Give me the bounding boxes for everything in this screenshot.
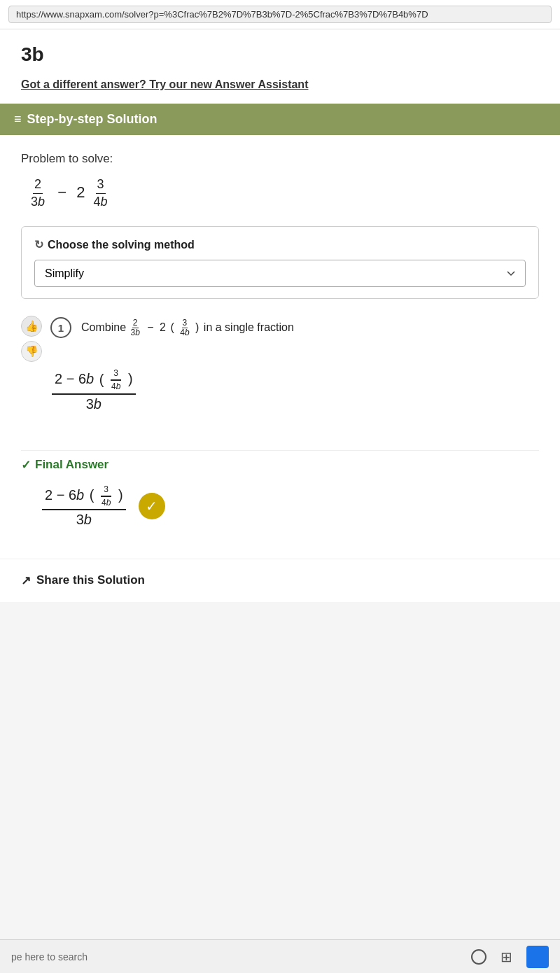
page-content: 3b Got a different answer? Try our new A… [0, 29, 560, 602]
final-answer-label: Final Answer [35, 458, 108, 472]
step-1-text-suffix: in a single fraction [204, 321, 294, 333]
step-frac-3-4b: 3 4b [179, 318, 190, 337]
step-solution-header: ≡ Step-by-step Solution [0, 104, 560, 135]
solving-method-label: Choose the solving method [48, 239, 195, 251]
steps-section: 👍 👎 1 Combine 2 3b − 2 [21, 316, 539, 433]
fraction-3-4b: 3 4b [92, 177, 109, 209]
taskbar: pe here to search ⊞ [0, 939, 560, 973]
taskbar-icons: ⊞ [471, 946, 549, 968]
thumbs-column: 👍 👎 [21, 316, 42, 362]
fraction-2-3b: 2 3b [29, 177, 46, 209]
frac-numerator-3: 3 [96, 177, 106, 194]
taskbar-grid-icon[interactable]: ⊞ [500, 948, 512, 965]
step-1-result: 2 − 6b ( 3 4b ) 3b [52, 369, 539, 412]
final-answer-section: ✓ Final Answer 2 − 6b ( 3 4b ) 3b [21, 450, 539, 528]
step-frac-2-3b: 2 3b [130, 318, 140, 337]
step-header-icon: ≡ [14, 112, 22, 127]
answer-assistant-section: Got a different answer? Try our new Answ… [0, 73, 560, 104]
final-numerator: 2 − 6b ( 3 4b ) [42, 485, 126, 510]
taskbar-search-text[interactable]: pe here to search [11, 951, 460, 962]
solving-method-box: ↻ Choose the solving method Simplify Oth… [21, 226, 539, 299]
step-result-numerator: 2 − 6b ( 3 4b ) [52, 369, 136, 394]
step-result-denominator: 3b [83, 395, 104, 412]
share-title[interactable]: ↗ Share this Solution [21, 573, 539, 588]
refresh-icon: ↻ [34, 238, 43, 251]
taskbar-circle-icon[interactable] [471, 949, 486, 965]
step-header-title: Step-by-step Solution [27, 112, 158, 127]
solving-method-select[interactable]: Simplify Other method [34, 260, 526, 287]
frac-numerator-2: 2 [33, 177, 43, 194]
solving-method-title: ↻ Choose the solving method [34, 238, 526, 251]
step-number-1: 1 [50, 317, 71, 338]
coefficient-2: 2 [76, 183, 85, 201]
final-answer-expression: 2 − 6b ( 3 4b ) 3b ✓ [42, 485, 539, 528]
answer-result: 3b [0, 29, 560, 73]
step-result-fraction: 2 − 6b ( 3 4b ) 3b [52, 369, 136, 412]
problem-expression: 2 3b − 2 3 4b [21, 177, 539, 209]
taskbar-blue-box[interactable] [526, 946, 549, 968]
step-1-row: 1 Combine 2 3b − 2 ( 3 4b [50, 316, 294, 338]
problem-label: Problem to solve: [21, 152, 539, 166]
minus-sign: − [57, 183, 66, 201]
step-1-description: Combine 2 3b − 2 ( 3 4b ) in a [81, 316, 294, 337]
share-icon: ↗ [21, 573, 31, 588]
main-section: Problem to solve: 2 3b − 2 3 4b ↻ Choose… [0, 135, 560, 559]
final-answer-fraction: 2 − 6b ( 3 4b ) 3b [42, 485, 126, 528]
url-bar[interactable]: https://www.snapxam.com/solver?p=%3Cfrac… [8, 6, 552, 23]
final-inner-frac: 3 4b [99, 485, 113, 507]
share-section: ↗ Share this Solution [0, 559, 560, 602]
thumbs-down-button[interactable]: 👎 [21, 341, 42, 362]
share-label: Share this Solution [36, 573, 145, 587]
checkmark-icon: ✓ [21, 458, 31, 472]
final-denominator: 3b [74, 510, 94, 528]
answer-assistant-link[interactable]: Got a different answer? Try our new Answ… [21, 78, 308, 90]
frac-denominator-3b: 3b [29, 194, 46, 210]
frac-denominator-4b: 4b [92, 194, 109, 210]
step-result-inner-frac: 3 4b [108, 369, 123, 391]
thumbs-up-button[interactable]: 👍 [21, 316, 42, 337]
browser-bar: https://www.snapxam.com/solver?p=%3Cfrac… [0, 0, 560, 29]
answer-checkmark-circle: ✓ [139, 493, 165, 519]
final-answer-title: ✓ Final Answer [21, 458, 539, 472]
answer-value: 3b [21, 43, 44, 65]
